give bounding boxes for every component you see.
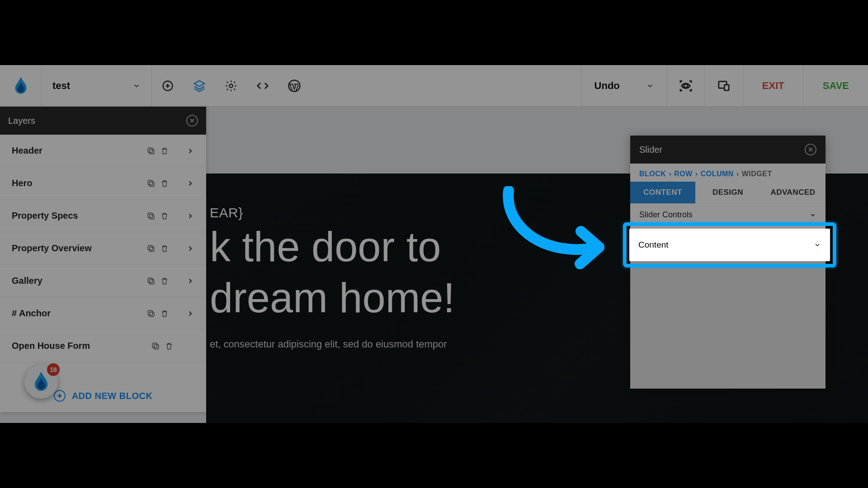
exit-label: EXIT: [762, 80, 784, 92]
section-label: Content: [639, 232, 670, 242]
page-title-dropdown[interactable]: test: [42, 65, 152, 106]
tab-advanced[interactable]: ADVANCED: [760, 182, 826, 203]
layer-row[interactable]: Property Overview: [0, 232, 206, 265]
copy-icon[interactable]: [146, 277, 156, 286]
svg-rect-11: [148, 213, 152, 217]
layer-row[interactable]: Open House Form: [0, 330, 206, 362]
inspector-panel: Slider BLOCK›ROW›COLUMN›WIDGET CONTENT D…: [630, 136, 826, 389]
chevron-right-icon[interactable]: [186, 212, 194, 220]
inspector-tabs: CONTENT DESIGN ADVANCED: [630, 182, 826, 203]
layer-label: Property Overview: [12, 243, 146, 253]
add-new-block-label: ADD NEW BLOCK: [72, 391, 153, 401]
svg-rect-18: [154, 344, 159, 349]
chevron-right-icon[interactable]: [186, 310, 194, 318]
copy-icon[interactable]: [146, 179, 156, 188]
responsive-button[interactable]: [705, 65, 743, 106]
trash-icon[interactable]: [160, 146, 169, 155]
svg-rect-13: [148, 245, 152, 250]
devices-icon: [717, 79, 731, 93]
svg-rect-14: [150, 279, 154, 284]
trash-icon[interactable]: [160, 211, 169, 221]
preview-button[interactable]: [667, 65, 705, 106]
undo-dropdown[interactable]: Undo: [581, 65, 667, 106]
section-content[interactable]: Content: [630, 226, 826, 249]
hero-subtext: et, consectetur adipiscing elit, sed do …: [210, 338, 455, 350]
close-icon[interactable]: [186, 115, 198, 127]
layers-panel-title: Layers: [8, 116, 35, 126]
help-avatar[interactable]: 18: [24, 365, 58, 399]
page-title: test: [52, 80, 70, 92]
layers-icon: [193, 79, 206, 93]
chevron-down-icon: [809, 234, 816, 241]
crumb-widget: WIDGET: [742, 170, 772, 178]
trash-icon[interactable]: [160, 309, 169, 318]
layers-panel: Layers Header Hero: [0, 107, 206, 412]
trash-icon[interactable]: [165, 342, 174, 351]
layer-row[interactable]: Header: [0, 135, 206, 167]
copy-icon[interactable]: [146, 244, 156, 253]
hero-eyebrow: EAR}: [210, 205, 455, 221]
save-button[interactable]: SAVE: [803, 65, 868, 106]
gear-icon: [225, 80, 237, 92]
flame-logo-icon: [33, 371, 49, 392]
svg-rect-8: [150, 182, 154, 186]
chevron-right-icon[interactable]: [186, 277, 194, 285]
trash-icon[interactable]: [160, 179, 169, 188]
inspector-body: [630, 249, 826, 389]
plus-circle-icon: [161, 80, 174, 92]
app-logo[interactable]: [0, 65, 42, 106]
section-slider-controls[interactable]: Slider Controls: [630, 203, 826, 226]
svg-rect-6: [150, 149, 154, 154]
svg-rect-19: [152, 343, 157, 347]
flame-logo-icon: [14, 77, 28, 95]
plus-circle-icon: [54, 390, 66, 402]
copy-icon[interactable]: [146, 309, 156, 318]
tab-design[interactable]: DESIGN: [695, 182, 760, 203]
chevron-right-icon[interactable]: [186, 147, 194, 155]
undo-label: Undo: [594, 80, 620, 92]
svg-rect-9: [148, 180, 152, 185]
copy-icon[interactable]: [146, 146, 156, 155]
code-button[interactable]: [247, 65, 278, 106]
layer-row[interactable]: Gallery: [0, 265, 206, 297]
svg-rect-16: [150, 312, 154, 316]
svg-rect-17: [148, 310, 152, 315]
copy-icon[interactable]: [151, 342, 160, 351]
layer-row[interactable]: # Anchor: [0, 297, 206, 330]
top-toolbar: test: [0, 65, 868, 107]
crumb-column[interactable]: COLUMN: [701, 170, 734, 178]
chevron-down-icon: [132, 82, 141, 90]
layer-label: Open House Form: [12, 341, 151, 351]
settings-button[interactable]: [215, 65, 247, 106]
svg-point-3: [684, 84, 688, 88]
chevron-right-icon[interactable]: [186, 244, 194, 253]
crumb-block[interactable]: BLOCK: [639, 170, 666, 178]
close-icon[interactable]: [805, 144, 816, 155]
layer-label: Gallery: [12, 276, 146, 286]
tab-content[interactable]: CONTENT: [630, 182, 695, 203]
layer-label: Hero: [12, 178, 146, 188]
crumb-row[interactable]: ROW: [674, 170, 693, 178]
copy-icon[interactable]: [146, 211, 156, 221]
wordpress-button[interactable]: [278, 65, 310, 106]
layer-label: Property Specs: [12, 211, 146, 221]
trash-icon[interactable]: [160, 277, 169, 286]
layers-panel-header: Layers: [0, 107, 206, 135]
breadcrumb: BLOCK›ROW›COLUMN›WIDGET: [630, 164, 826, 182]
layer-label: Header: [12, 145, 146, 156]
trash-icon[interactable]: [160, 244, 169, 253]
chevron-down-icon: [646, 82, 654, 90]
save-label: SAVE: [823, 80, 849, 92]
inspector-title: Slider: [639, 145, 662, 155]
svg-rect-10: [150, 214, 154, 219]
section-label: Slider Controls: [639, 210, 693, 220]
add-button[interactable]: [152, 65, 184, 106]
svg-rect-7: [148, 148, 152, 152]
chevron-right-icon[interactable]: [186, 179, 194, 188]
svg-point-1: [229, 84, 232, 87]
exit-button[interactable]: EXIT: [743, 65, 803, 106]
svg-rect-15: [148, 278, 152, 282]
layers-toggle[interactable]: [184, 65, 215, 106]
layer-row[interactable]: Property Specs: [0, 200, 206, 232]
layer-row[interactable]: Hero: [0, 167, 206, 200]
